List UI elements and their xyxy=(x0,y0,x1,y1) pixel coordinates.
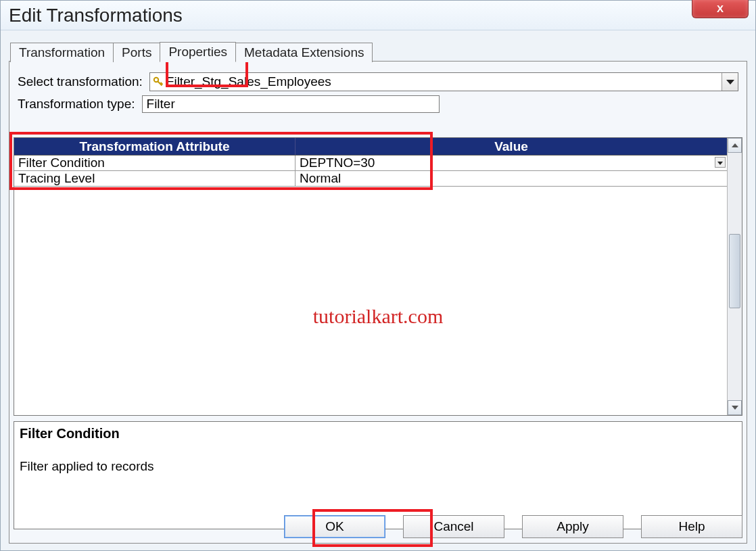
cell-val-text: DEPTNO=30 xyxy=(300,155,375,170)
scroll-down-icon[interactable] xyxy=(728,400,742,415)
label-select-transformation: Select transformation: xyxy=(18,74,143,89)
cell-val-text: Normal xyxy=(300,171,341,185)
properties-grid: Transformation Attribute Value Filter Co… xyxy=(14,137,742,416)
scroll-track[interactable] xyxy=(728,153,742,400)
tab-properties[interactable]: Properties xyxy=(160,42,236,62)
cell-attr: Tracing Level xyxy=(14,171,296,186)
transformation-type-value: Filter xyxy=(147,97,175,112)
cancel-button[interactable]: Cancel xyxy=(403,515,504,538)
expression-editor-button[interactable] xyxy=(715,157,726,168)
titlebar: Edit Transformations X xyxy=(1,1,755,30)
dialog-window: Edit Transformations X Transformation Po… xyxy=(0,0,756,551)
table-row[interactable]: Tracing Level Normal xyxy=(14,171,727,187)
table-row[interactable]: Filter Condition DEPTNO=30 xyxy=(14,155,727,171)
tab-metadata-extensions[interactable]: Metadata Extensions xyxy=(235,43,373,62)
dialog-buttons: OK Cancel Apply Help xyxy=(9,512,742,542)
close-button[interactable]: X xyxy=(692,0,749,18)
scroll-up-icon[interactable] xyxy=(728,138,742,153)
close-icon: X xyxy=(717,3,724,14)
ok-button[interactable]: OK xyxy=(284,515,385,538)
grid-body: Transformation Attribute Value Filter Co… xyxy=(14,138,727,415)
apply-button[interactable]: Apply xyxy=(522,515,623,538)
tabstrip: Transformation Ports Properties Metadata… xyxy=(9,37,747,62)
tab-ports[interactable]: Ports xyxy=(113,43,160,62)
help-button[interactable]: Help xyxy=(641,515,742,538)
chevron-down-icon[interactable] xyxy=(722,73,738,91)
column-header-attribute[interactable]: Transformation Attribute xyxy=(14,138,296,155)
cell-attr: Filter Condition xyxy=(14,155,296,170)
dialog-client: Transformation Ports Properties Metadata… xyxy=(9,37,747,544)
key-icon xyxy=(153,76,164,87)
cell-val[interactable]: Normal xyxy=(296,171,727,186)
description-body: Filter applied to records xyxy=(20,459,736,474)
grid-header: Transformation Attribute Value xyxy=(14,138,727,155)
label-transformation-type: Transformation type: xyxy=(18,97,135,112)
tab-transformation[interactable]: Transformation xyxy=(10,43,114,62)
dialog-title: Edit Transformations xyxy=(7,5,183,26)
transformation-type-field: Filter xyxy=(142,95,440,113)
scroll-thumb[interactable] xyxy=(729,234,740,308)
description-title: Filter Condition xyxy=(20,426,736,441)
column-header-value[interactable]: Value xyxy=(296,138,727,155)
row-select-transformation: Select transformation: Filter_Stg_Sales_… xyxy=(18,72,738,91)
row-transformation-type: Transformation type: Filter xyxy=(18,95,738,113)
cell-val[interactable]: DEPTNO=30 xyxy=(296,155,727,170)
grid-scrollbar[interactable] xyxy=(727,138,742,415)
tab-panel-properties: Select transformation: Filter_Stg_Sales_… xyxy=(9,61,747,544)
select-transformation-value: Filter_Stg_Sales_Employees xyxy=(164,74,722,89)
select-transformation-dropdown[interactable]: Filter_Stg_Sales_Employees xyxy=(149,72,738,91)
